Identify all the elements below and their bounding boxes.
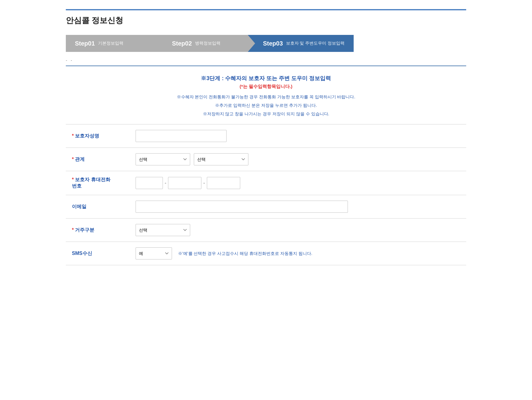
label-relation: *관계 xyxy=(66,148,126,171)
input-cell-sms: 예 아니오 ※'예'를 선택한 경우 사고접수시 해당 휴대전화번호로 자동통지… xyxy=(126,242,466,265)
relation-select2[interactable]: 선택 xyxy=(194,153,248,165)
label-guardian-name: *보호자성명 xyxy=(66,124,126,148)
phone-input3[interactable] xyxy=(207,177,240,189)
page-wrapper: 안심콜 정보신청 Step01 기본정보입력 Step02 병력정보입력 Ste… xyxy=(54,0,478,274)
step01[interactable]: Step01 기본정보입력 xyxy=(66,35,157,52)
step03-num: Step03 xyxy=(263,40,283,47)
input-cell-email xyxy=(126,195,466,219)
sms-note: ※'예'를 선택한 경우 사고접수시 해당 휴대전화번호로 자동통지 됩니다. xyxy=(178,251,312,256)
step02-label: 병력정보입력 xyxy=(195,41,221,46)
required-star-relation: * xyxy=(72,157,74,162)
label-email: 이메일 xyxy=(66,195,126,219)
row-guardian-name: *보호자성명 xyxy=(66,124,466,148)
notice-desc1: ※수혜자 본인이 전화통화가 불가능한 경우 전화통화 가능한 보호자를 꼭 입… xyxy=(72,93,460,101)
label-sms: SMS수신 xyxy=(66,242,126,265)
form-table: *보호자성명 *관계 선택 선택 xyxy=(66,124,466,265)
input-cell-phone: - - xyxy=(126,171,466,195)
input-cell-residence: 선택 xyxy=(126,219,466,242)
relation-select1[interactable]: 선택 xyxy=(136,153,190,165)
step03-label: 보호자 및 주변도우미 정보입력 xyxy=(286,41,345,46)
breadcrumb-item1: - xyxy=(66,58,67,63)
email-input[interactable] xyxy=(136,201,348,213)
page-title-bar: 안심콜 정보신청 xyxy=(66,9,466,26)
page-title: 안심콜 정보신청 xyxy=(66,15,466,26)
sms-select[interactable]: 예 아니오 xyxy=(136,247,172,259)
label-residence: *거주구분 xyxy=(66,219,126,242)
step01-label: 기본정보입력 xyxy=(98,41,123,46)
required-star-name: * xyxy=(72,133,74,138)
row-phone: *보호자 휴대전화번호 - - xyxy=(66,171,466,195)
phone-input1[interactable] xyxy=(136,177,163,189)
phone-sep2: - xyxy=(203,180,205,186)
phone-sep1: - xyxy=(165,180,166,186)
input-cell-relation: 선택 선택 xyxy=(126,148,466,171)
guardian-name-input[interactable] xyxy=(136,130,227,142)
step02-num: Step02 xyxy=(172,40,192,47)
phone-input2[interactable] xyxy=(168,177,201,189)
step03[interactable]: Step03 보호자 및 주변도우미 정보입력 xyxy=(248,35,354,52)
row-email: 이메일 xyxy=(66,195,466,219)
row-sms: SMS수신 예 아니오 ※'예'를 선택한 경우 사고접수시 해당 휴대전화번호… xyxy=(66,242,466,265)
required-star-phone: * xyxy=(72,177,74,182)
phone-group: - - xyxy=(136,177,460,189)
notice-desc3: ※저장하지 않고 창을 나가시는 경우 저장이 되지 않을 수 있습니다. xyxy=(72,110,460,118)
step02[interactable]: Step02 병력정보입력 xyxy=(157,35,248,52)
step01-num: Step01 xyxy=(75,40,95,47)
notice-box: ※3단계 : 수혜자의 보호자 또는 주변 도우미 정보입력 (*는 필수입력항… xyxy=(66,66,466,124)
label-phone: *보호자 휴대전화번호 xyxy=(66,171,126,195)
row-residence: *거주구분 선택 xyxy=(66,219,466,242)
step-bar: Step01 기본정보입력 Step02 병력정보입력 Step03 보호자 및… xyxy=(66,35,466,52)
breadcrumb: - - xyxy=(66,58,466,63)
input-cell-name xyxy=(126,124,466,148)
breadcrumb-item2: - xyxy=(71,58,72,63)
notice-title: ※3단계 : 수혜자의 보호자 또는 주변 도우미 정보입력 xyxy=(72,75,460,82)
required-star-residence: * xyxy=(72,227,74,232)
notice-required: (*는 필수입력항목입니다.) xyxy=(72,84,460,90)
row-relation: *관계 선택 선택 xyxy=(66,148,466,171)
notice-desc2: ※추가로 입력하신 분은 저장을 누르면 추가가 됩니다. xyxy=(72,101,460,110)
residence-select[interactable]: 선택 xyxy=(136,224,190,236)
